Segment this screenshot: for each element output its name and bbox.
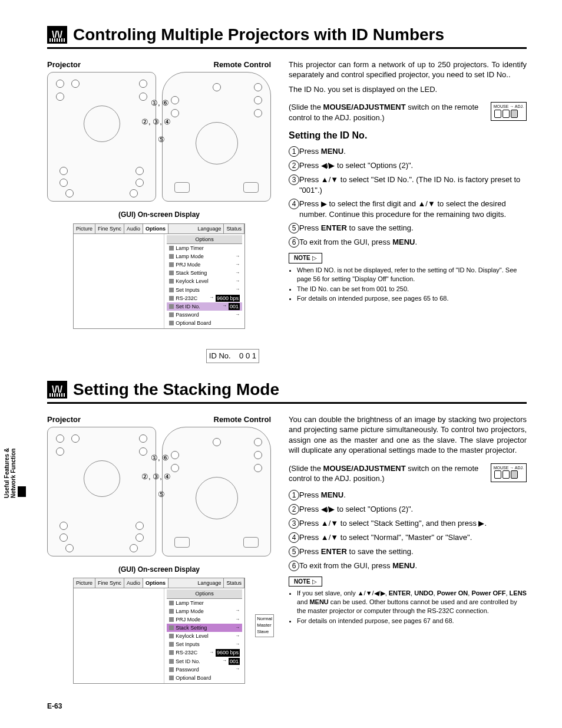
opt-item: Lamp Timer [176,245,204,252]
popup-label: ID No. [209,351,231,360]
side-tab-icon [18,486,26,497]
step-num: 5 [289,546,299,557]
step-num: 1 [289,146,299,157]
step-num: 3 [289,174,299,185]
step-txt: Press ▲/▼ to select "Normal", "Master" o… [299,532,527,543]
gui-tab: Language [195,578,224,588]
opt-item: Lamp Mode [176,253,204,260]
gui-window-1: Picture Fine Sync Audio Options Language… [73,223,245,330]
opt-val: 001 [229,303,240,310]
side-tab-line2: Network Function [10,448,16,498]
diag-projector-label: Projector [47,414,81,425]
callout-5: ⑤ [158,134,165,145]
step-txt: Press ▲/▼ to select "Set ID No.". (The I… [299,174,527,195]
opt-item: Optional Board [176,674,211,681]
section1-title: Controling Multiple Projectors with ID N… [73,24,444,46]
section1-heading: \/\/ Controling Multiple Projectors with… [47,24,527,49]
step-num: 2 [289,160,299,171]
callout-2-3-4: ②, ③, ④ [141,117,171,127]
opt-item: RS-232C [176,649,197,656]
note-list-2: If you set slave, only ▲/▼/◀/▶, ENTER, U… [289,589,527,625]
opt-item: Set Inputs [176,286,200,294]
adj-lbl: ADJ. [515,466,524,470]
note-item: For details on intended purpose, see pag… [297,294,527,303]
opt-item: Set Inputs [176,641,200,648]
step-txt: Press ▲/▼ to select "Stack Setting", and… [299,518,527,529]
opt-item-selected: Stack Setting [176,624,207,631]
gui-window-2: Picture Fine Sync Audio Options Language… [73,578,245,684]
step-num: 3 [289,518,299,529]
step-num: 5 [289,223,299,233]
step-txt: Press ◀/▶ to select "Options (2)". [299,160,527,171]
step-num: 4 [289,199,299,209]
step-list-2: 1Press MENU. 2Press ◀/▶ to select "Optio… [289,490,527,571]
step-list-1: 1Press MENU. 2Press ◀/▶ to select "Optio… [289,146,527,248]
gui-tab: Status [224,224,244,233]
opt-item: PRJ Mode [176,261,200,268]
mouse-adj-text: (Slide the MOUSE/ADJUSTMENT switch on th… [289,103,478,122]
side-tab-line1: Useful Features & [4,448,10,498]
step-txt: Press ▶ to select the first digit and ▲/… [299,199,527,219]
opt-val: 9600 bps [216,295,240,302]
mouse-lbl: MOUSE [494,104,509,108]
side-tab: Useful Features & Network Function [4,448,27,498]
step-txt: To exit from the GUI, press MENU. [299,237,527,248]
opt-item: Optional Board [176,319,211,327]
note-label: NOTE [289,577,322,587]
remote-box-illustration [162,427,271,556]
page-number: E-63 [47,701,527,711]
diag-remote-label: Remote Control [214,60,272,70]
section2-title: Setting the Stacking Mode [73,378,279,401]
gui-tab: Picture [74,224,95,233]
note-item: When ID NO. is not be displayed, refer t… [297,266,527,284]
opt-item: Keylock Level [176,633,209,640]
intro-p1: This projector can form a network of up … [289,60,527,80]
step-txt: Press ENTER to save the setting. [299,223,527,233]
options-header: Options [167,589,242,598]
sub-item: Master [257,622,272,629]
subheading-setting-id: Setting the ID No. [289,129,527,142]
diag-projector-label: Projector [47,60,81,70]
callout-2-3-4: ②, ③, ④ [141,472,171,482]
network-icon: \/\/ [47,26,67,44]
adj-lbl: ADJ. [515,104,524,108]
opt-item: RS-232C [176,295,197,302]
note-item: The ID No. can be set from 001 to 250. [297,285,527,294]
callout-1-6: ①, ⑥ [151,453,169,463]
step-num: 6 [289,237,299,248]
opt-item-selected: Set ID No. [176,303,200,310]
step-num: 2 [289,504,299,515]
callout-5: ⑤ [158,489,165,500]
note-label: NOTE [289,253,322,263]
gui-tab: Picture [74,578,95,588]
step-num: 4 [289,532,299,543]
note-item: For details on intended purpose, see pag… [297,617,527,625]
diagram-2: ①, ⑥ ②, ③, ④ ⑤ [47,427,271,556]
note-item: If you set slave, only ▲/▼/◀/▶, ENTER, U… [297,589,527,615]
remote-box-illustration [162,72,271,202]
options-header: Options [167,235,242,244]
opt-item: Lamp Mode [176,608,204,615]
mouse-adj-text-2: (Slide the MOUSE/ADJUSTMENT switch on th… [289,464,478,483]
gui-tab-selected: Options [143,224,168,233]
sub-item: Normal [257,616,272,622]
opt-item: Password [176,666,199,673]
opt-item: Set ID No. [176,658,200,665]
stack-submenu: Normal Master Slave [255,614,274,637]
section2-heading: \/\/ Setting the Stacking Mode [47,378,527,404]
opt-item: Stack Setting [176,269,207,276]
intro2-p1: You can double the brightness of an imag… [289,414,527,456]
mouse-lbl: MOUSE [494,466,509,470]
callout-1-6: ①, ⑥ [151,98,169,108]
gui-title-1: (GUI) On-screen Display [47,210,271,219]
step-txt: Press MENU. [299,490,527,500]
gui-tab: Status [224,578,244,588]
step-txt: Press ◀/▶ to select "Options (2)". [299,504,527,515]
gui-tab: Fine Sync [95,578,124,588]
opt-item: PRJ Mode [176,616,200,623]
step-txt: Press MENU. [299,146,527,157]
network-icon: \/\/ [47,381,67,398]
opt-item: Keylock Level [176,278,209,285]
projector-box-illustration [47,72,156,202]
intro-p2: The ID No. you set is displayed on the L… [289,84,527,95]
